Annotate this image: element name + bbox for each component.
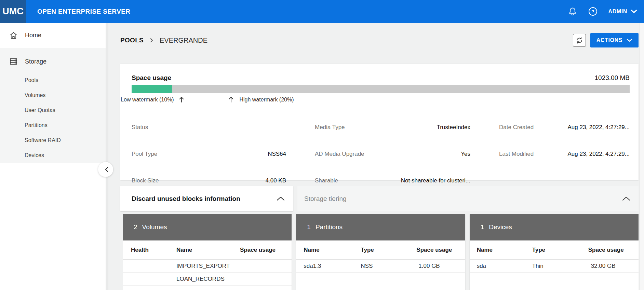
page-scrollbar[interactable] — [640, 23, 644, 290]
volumes-table-header: 2 Volumes — [123, 214, 292, 240]
storage-icon — [9, 57, 18, 66]
field-block-size: Block Size 4.00 KB — [132, 177, 286, 184]
space-usage-label: Space usage — [132, 74, 171, 82]
sidebar: Home Storage Pools Volumes Us — [0, 23, 106, 290]
volumes-table: 2 Volumes Health Name Space usage IMPORT… — [123, 214, 292, 290]
field-status: Status — [132, 124, 286, 131]
related-objects-tables: 2 Volumes Health Name Space usage IMPORT… — [123, 214, 639, 290]
brand-title: OPEN ENTERPRISE SERVER — [37, 8, 130, 15]
bell-icon — [568, 7, 577, 16]
partitions-count: 1 — [307, 223, 311, 231]
arrow-up-icon — [228, 96, 234, 103]
home-icon — [9, 31, 18, 40]
umc-logo[interactable]: UMC — [0, 0, 26, 23]
actions-label: ACTIONS — [596, 37, 622, 43]
high-watermark-label: High watermark (20%) — [239, 97, 294, 103]
space-usage-bar-fill — [132, 85, 172, 93]
chevron-up-icon — [622, 196, 630, 201]
storage-tiering-accordion[interactable]: Storage tiering — [297, 186, 639, 211]
sidebar-item-software-raid[interactable]: Software RAID — [0, 133, 106, 148]
sidebar-storage-section: Storage Pools Volumes User Quotas Partit… — [0, 48, 106, 163]
sidebar-item-user-quotas[interactable]: User Quotas — [0, 103, 106, 118]
chevron-up-icon — [277, 196, 285, 201]
table-row[interactable]: sda1.3 NSS 1.00 GB — [296, 260, 465, 273]
toolbar: ACTIONS — [573, 33, 639, 47]
low-watermark-label: Low watermark (10%) — [121, 97, 174, 103]
sidebar-item-devices[interactable]: Devices — [0, 148, 106, 163]
device-name: sda — [477, 263, 532, 270]
field-media-type: Media Type TrusteeIndex — [315, 124, 470, 131]
field-last-modified: Last Modified Aug 23, 2022, 4:27:29... — [499, 151, 630, 157]
sidebar-scrollbar[interactable] — [106, 23, 108, 290]
sidebar-item-partitions[interactable]: Partitions — [0, 118, 106, 133]
field-date-created: Date Created Aug 23, 2022, 4:27:29... — [499, 124, 630, 131]
help-button[interactable]: ? — [588, 6, 598, 17]
chevron-down-icon — [631, 10, 637, 13]
table-row[interactable]: IMPORTS_EXPORT — [123, 260, 292, 273]
partitions-table: 1 Partitions Name Type Space usage sda1.… — [296, 214, 465, 290]
partitions-title: Partitions — [316, 223, 343, 231]
user-menu[interactable]: ADMIN — [608, 9, 639, 15]
refresh-button[interactable] — [573, 34, 586, 47]
svg-text:?: ? — [591, 9, 594, 14]
sidebar-item-home[interactable]: Home — [0, 23, 106, 48]
volume-name: LOAN_RECORDS — [176, 276, 240, 282]
device-type: Thin — [532, 263, 588, 270]
breadcrumb: POOLS EVERGRANDE — [120, 37, 207, 44]
partitions-table-header: 1 Partitions — [296, 214, 465, 240]
partition-type: NSS — [361, 263, 416, 270]
pool-overview-card: Space usage 1023.00 MB Low watermark (10… — [120, 64, 639, 180]
volumes-title: Volumes — [142, 223, 167, 231]
partitions-column-headers: Name Type Space usage — [296, 240, 465, 260]
main-content: POOLS EVERGRANDE ACT — [108, 23, 640, 290]
volumes-column-headers: Health Name Space usage — [123, 240, 292, 260]
pool-details-grid: Status Media Type TrusteeIndex Date Crea… — [132, 114, 630, 194]
field-pool-type: Pool Type NSS64 — [132, 151, 286, 157]
storage-submenu: Pools Volumes User Quotas Partitions Sof… — [0, 73, 106, 163]
discard-blocks-title: Discard unused blocks information — [132, 195, 240, 203]
devices-table: 1 Devices Name Type Space usage sda Thin… — [470, 214, 639, 290]
devices-column-headers: Name Type Space usage — [470, 240, 639, 260]
devices-count: 1 — [481, 223, 484, 231]
notifications-button[interactable] — [567, 6, 578, 17]
field-sharable: Sharable Not shareable for clusteri... — [315, 177, 470, 184]
chevron-down-icon — [627, 39, 632, 42]
table-row[interactable]: LOAN_RECORDS — [123, 273, 292, 286]
space-usage-bar — [132, 85, 630, 93]
devices-table-header: 1 Devices — [470, 214, 639, 240]
table-row[interactable]: sda Thin 32.00 GB — [470, 260, 639, 273]
question-circle-icon: ? — [588, 7, 598, 16]
storage-tiering-title: Storage tiering — [304, 195, 347, 203]
chevron-left-icon — [105, 167, 108, 172]
breadcrumb-current: EVERGRANDE — [160, 37, 207, 44]
sidebar-item-label: Home — [25, 32, 41, 39]
devices-title: Devices — [489, 223, 512, 231]
watermarks: Low watermark (10%) High watermark (20%) — [132, 96, 630, 107]
actions-button[interactable]: ACTIONS — [590, 33, 639, 47]
arrow-up-icon — [179, 96, 184, 103]
refresh-icon — [576, 37, 583, 44]
top-bar: UMC OPEN ENTERPRISE SERVER ? ADMIN — [0, 0, 644, 23]
sidebar-item-volumes[interactable]: Volumes — [0, 88, 106, 103]
sidebar-item-pools[interactable]: Pools — [0, 73, 106, 88]
sidebar-item-storage[interactable]: Storage — [0, 57, 106, 66]
discard-blocks-accordion[interactable]: Discard unused blocks information — [120, 186, 293, 211]
volume-name: IMPORTS_EXPORT — [176, 263, 240, 270]
partition-space: 1.00 GB — [416, 263, 465, 270]
partition-name: sda1.3 — [304, 263, 361, 270]
field-ad-media-upgrade: AD Media Upgrade Yes — [315, 151, 470, 157]
breadcrumb-pools[interactable]: POOLS — [120, 37, 144, 44]
sidebar-item-label: Storage — [25, 58, 46, 65]
user-name: ADMIN — [608, 9, 627, 15]
device-space: 32.00 GB — [588, 263, 639, 270]
volumes-count: 2 — [134, 223, 137, 231]
sidebar-collapse-button[interactable] — [98, 162, 113, 177]
topbar-actions: ? ADMIN — [567, 6, 644, 17]
pool-total-size: 1023.00 MB — [595, 74, 630, 82]
chevron-right-icon — [150, 38, 153, 43]
